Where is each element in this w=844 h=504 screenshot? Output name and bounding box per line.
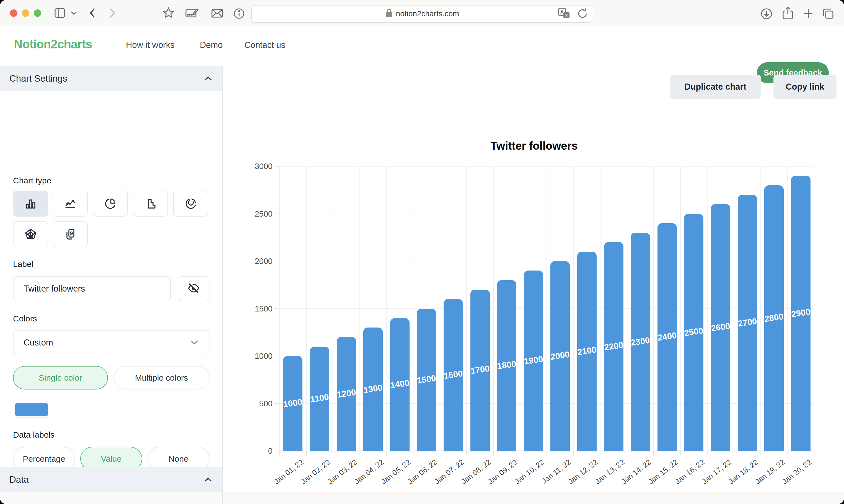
- x-tick: [333, 451, 333, 455]
- x-tick: [279, 451, 280, 455]
- x-tick: [653, 451, 654, 455]
- y-axis-label: 1500: [237, 304, 273, 313]
- v-gridline: [333, 166, 333, 451]
- v-gridline: [787, 166, 788, 451]
- x-tick: [306, 451, 307, 455]
- x-tick: [734, 451, 734, 455]
- v-gridline: [493, 166, 494, 451]
- v-gridline: [760, 166, 761, 451]
- x-tick: [760, 451, 761, 455]
- chart-canvas: 0500100015002000250030001000Jan 01, 2211…: [0, 0, 844, 504]
- v-gridline: [306, 166, 307, 451]
- y-tick: [274, 214, 280, 214]
- browser-window: notion2charts.com Ax Notion2charts: [0, 0, 844, 504]
- x-tick: [493, 451, 494, 455]
- y-tick: [274, 308, 280, 309]
- x-tick: [546, 451, 547, 455]
- x-axis-label: Jan 01, 22: [237, 458, 305, 504]
- v-gridline: [734, 166, 734, 451]
- y-axis-label: 1000: [237, 352, 273, 360]
- v-gridline: [627, 166, 627, 451]
- y-axis-label: 2000: [237, 257, 273, 266]
- y-axis-label: 3000: [237, 162, 273, 171]
- x-tick: [520, 451, 520, 455]
- y-tick: [274, 166, 280, 166]
- x-tick: [627, 451, 627, 455]
- x-tick: [814, 451, 814, 455]
- v-gridline: [466, 166, 467, 451]
- x-tick: [680, 451, 681, 455]
- x-tick: [573, 451, 574, 455]
- y-axis-label: 2500: [237, 210, 273, 218]
- x-tick: [413, 451, 413, 455]
- v-gridline: [573, 166, 574, 451]
- v-gridline: [600, 166, 600, 451]
- v-gridline: [653, 166, 654, 451]
- v-gridline: [440, 166, 440, 451]
- y-axis-label: 500: [237, 399, 273, 408]
- x-tick: [440, 451, 440, 455]
- x-tick: [707, 451, 707, 455]
- x-tick: [359, 451, 360, 455]
- y-tick: [274, 451, 280, 451]
- v-gridline: [359, 166, 360, 451]
- y-tick: [274, 356, 280, 356]
- v-gridline: [680, 166, 681, 451]
- v-gridline: [520, 166, 520, 451]
- v-gridline: [413, 166, 413, 451]
- x-tick: [386, 451, 387, 455]
- y-axis-label: 0: [237, 447, 273, 455]
- v-gridline: [546, 166, 547, 451]
- v-gridline: [386, 166, 387, 451]
- x-tick: [787, 451, 788, 455]
- x-tick: [466, 451, 467, 455]
- y-tick: [274, 261, 280, 262]
- v-gridline: [707, 166, 707, 451]
- x-tick: [600, 451, 600, 455]
